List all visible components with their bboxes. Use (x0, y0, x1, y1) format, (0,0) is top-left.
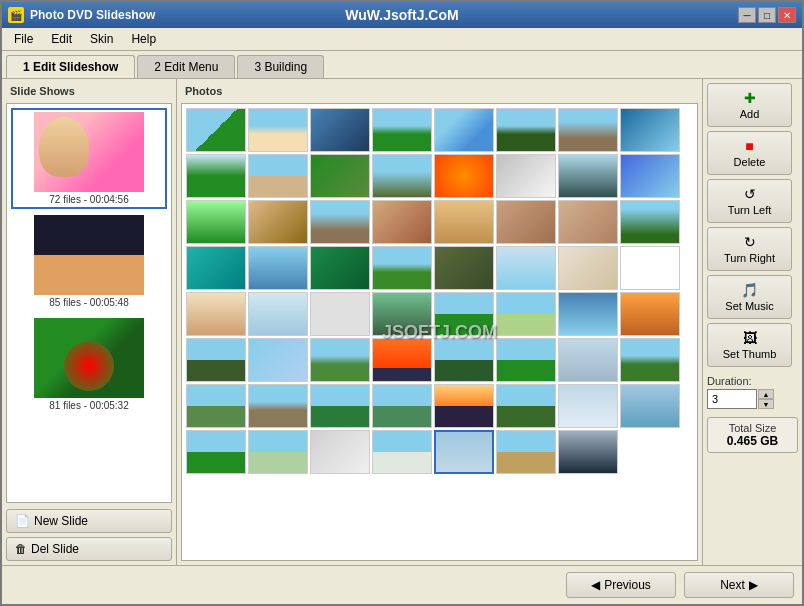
photo-thumb[interactable] (558, 430, 618, 474)
photo-thumb[interactable] (620, 292, 680, 336)
spin-down-button[interactable]: ▼ (758, 399, 774, 409)
delete-button[interactable]: ■ Delete (707, 131, 792, 175)
photo-thumb[interactable] (310, 338, 370, 382)
photo-thumb[interactable] (434, 108, 494, 152)
photo-thumb[interactable] (186, 430, 246, 474)
set-thumb-button[interactable]: 🖼 Set Thumb (707, 323, 792, 367)
slide-info-2: 85 files - 00:05:48 (49, 297, 129, 308)
photo-thumb[interactable] (558, 246, 618, 290)
photo-thumb[interactable] (248, 200, 308, 244)
photo-thumb[interactable] (434, 430, 494, 474)
photo-thumb[interactable] (496, 154, 556, 198)
photo-thumb[interactable] (310, 430, 370, 474)
photo-thumb[interactable] (310, 292, 370, 336)
photo-thumb[interactable] (372, 430, 432, 474)
photo-thumb[interactable] (620, 338, 680, 382)
photos-label: Photos (181, 83, 698, 99)
set-music-button[interactable]: 🎵 Set Music (707, 275, 792, 319)
photo-thumb[interactable] (310, 108, 370, 152)
photo-thumb[interactable] (372, 200, 432, 244)
photo-thumb[interactable] (434, 154, 494, 198)
photo-thumb[interactable] (496, 246, 556, 290)
close-button[interactable]: ✕ (778, 7, 796, 23)
photo-thumb[interactable] (186, 154, 246, 198)
del-slide-button[interactable]: 🗑 Del Slide (6, 537, 172, 561)
photo-thumb[interactable] (620, 108, 680, 152)
photo-thumb[interactable] (372, 338, 432, 382)
menu-help[interactable]: Help (123, 30, 164, 48)
photo-thumb[interactable] (496, 292, 556, 336)
app-window: 🎬 Photo DVD Slideshow WuW.JsoftJ.CoM ─ □… (0, 0, 804, 606)
photo-thumb[interactable] (248, 108, 308, 152)
menu-edit[interactable]: Edit (43, 30, 80, 48)
photo-thumb[interactable] (372, 108, 432, 152)
photo-thumb[interactable] (310, 154, 370, 198)
maximize-button[interactable]: □ (758, 7, 776, 23)
photo-thumb[interactable] (496, 384, 556, 428)
next-button[interactable]: Next ▶ (684, 572, 794, 598)
photo-thumb[interactable] (496, 430, 556, 474)
turn-left-button[interactable]: ↺ Turn Left (707, 179, 792, 223)
previous-button[interactable]: ◀ Previous (566, 572, 676, 598)
photo-thumb[interactable] (558, 292, 618, 336)
photo-thumb[interactable] (248, 430, 308, 474)
photo-thumb[interactable] (186, 292, 246, 336)
menu-file[interactable]: File (6, 30, 41, 48)
photo-thumb[interactable] (434, 338, 494, 382)
photo-thumb[interactable] (372, 384, 432, 428)
photo-thumb[interactable] (496, 108, 556, 152)
photo-thumb[interactable] (248, 338, 308, 382)
photo-thumb[interactable] (310, 246, 370, 290)
photo-thumb[interactable] (248, 246, 308, 290)
slide-info-3: 81 files - 00:05:32 (49, 400, 129, 411)
add-button[interactable]: ✚ Add (707, 83, 792, 127)
photo-thumb[interactable] (620, 200, 680, 244)
photo-thumb[interactable] (372, 292, 432, 336)
tab-edit-slideshow[interactable]: 1 Edit Slideshow (6, 55, 135, 78)
set-music-label: Set Music (725, 300, 773, 312)
photo-thumb[interactable] (372, 154, 432, 198)
duration-input[interactable] (707, 389, 757, 409)
photo-thumb[interactable] (186, 384, 246, 428)
tab-building[interactable]: 3 Building (237, 55, 324, 78)
spin-up-button[interactable]: ▲ (758, 389, 774, 399)
turn-right-button[interactable]: ↻ Turn Right (707, 227, 792, 271)
minimize-button[interactable]: ─ (738, 7, 756, 23)
slideshow-list[interactable]: 72 files - 00:04:56 85 files - 00:05:48 … (6, 103, 172, 503)
photo-thumb[interactable] (186, 246, 246, 290)
photo-thumb[interactable] (248, 154, 308, 198)
new-slide-button[interactable]: 📄 New Slide (6, 509, 172, 533)
photo-thumb[interactable] (620, 384, 680, 428)
photo-thumb[interactable] (248, 384, 308, 428)
photo-thumb[interactable] (620, 246, 680, 290)
photo-thumb[interactable] (558, 338, 618, 382)
photo-thumb[interactable] (434, 246, 494, 290)
add-icon: ✚ (744, 90, 756, 106)
photo-thumb[interactable] (186, 108, 246, 152)
photo-thumb[interactable] (496, 338, 556, 382)
photo-thumb[interactable] (434, 200, 494, 244)
photo-thumb[interactable] (310, 200, 370, 244)
right-panel: ✚ Add ■ Delete ↺ Turn Left ↻ Turn Right … (702, 79, 802, 565)
photo-thumb[interactable] (248, 292, 308, 336)
turn-right-icon: ↻ (744, 234, 756, 250)
photo-thumb[interactable] (620, 154, 680, 198)
slide-item[interactable]: 81 files - 00:05:32 (11, 314, 167, 415)
slide-item[interactable]: 72 files - 00:04:56 (11, 108, 167, 209)
photo-thumb[interactable] (186, 338, 246, 382)
photo-thumb[interactable] (558, 154, 618, 198)
photo-thumb[interactable] (186, 200, 246, 244)
photo-thumb[interactable] (496, 200, 556, 244)
photo-thumb[interactable] (434, 384, 494, 428)
tab-edit-menu[interactable]: 2 Edit Menu (137, 55, 235, 78)
slide-item[interactable]: 85 files - 00:05:48 (11, 211, 167, 312)
photo-thumb[interactable] (558, 384, 618, 428)
photo-thumb[interactable] (434, 292, 494, 336)
photo-thumb[interactable] (372, 246, 432, 290)
photo-grid-container[interactable]: JSOFTJ.COM (181, 103, 698, 561)
menu-skin[interactable]: Skin (82, 30, 121, 48)
photo-thumb[interactable] (558, 200, 618, 244)
photo-thumb[interactable] (310, 384, 370, 428)
turn-right-label: Turn Right (724, 252, 775, 264)
photo-thumb[interactable] (558, 108, 618, 152)
